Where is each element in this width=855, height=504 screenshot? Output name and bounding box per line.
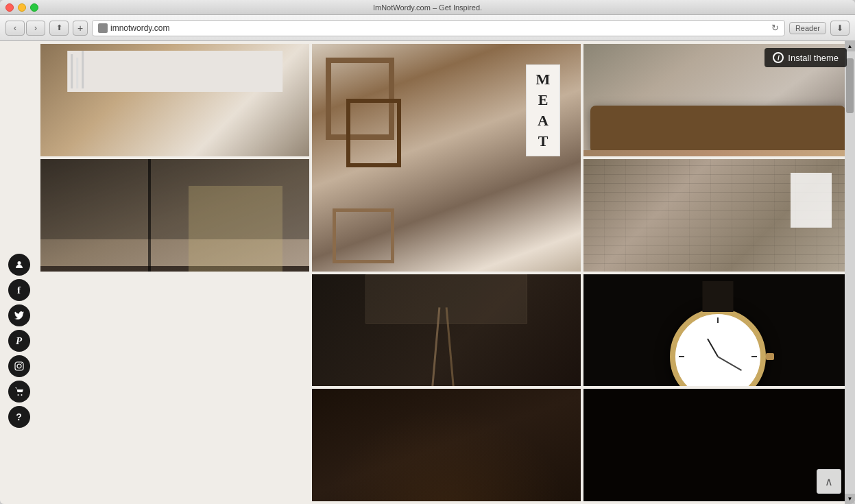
dark-painting-image [583,389,852,501]
help-icon[interactable]: ? [8,406,30,428]
svg-rect-1 [15,362,23,370]
download-button[interactable]: ⬇ [830,21,850,36]
window-title: ImNotWordy.com – Get Inspired. [373,3,482,12]
painting-image [312,389,581,501]
image-grid: i Install theme [38,41,855,504]
title-bar: ImNotWordy.com – Get Inspired. [0,0,855,15]
meat-image: MEAT [312,44,581,272]
svg-point-3 [21,363,21,364]
gallery-image [312,274,581,387]
grid-item-wardrobe[interactable] [40,44,309,156]
nav-buttons: ‹ › [5,21,45,36]
main-content: f P ? [0,41,855,504]
court-image [40,159,309,272]
wardrobe-image [40,44,309,156]
scrollbar[interactable]: ▲ ▼ [845,41,855,504]
install-theme-button[interactable]: i Install theme [764,48,847,67]
reload-button[interactable]: ↻ [771,23,779,33]
url-text: imnotwordy.com [110,23,766,33]
favicon [98,23,108,33]
facebook-icon[interactable]: f [8,279,30,301]
reader-button[interactable]: Reader [789,22,826,34]
grid-item-dark-painting[interactable] [583,389,852,501]
pinterest-icon[interactable]: P [8,330,30,352]
close-button[interactable] [5,3,14,12]
add-tab-button[interactable]: + [73,21,88,36]
cart-icon[interactable] [8,381,30,403]
svg-point-5 [21,394,22,396]
grid-item-loft[interactable] [583,159,852,272]
address-bar[interactable]: imnotwordy.com ↻ [92,20,785,36]
grid-item-meat[interactable]: MEAT [312,44,581,272]
back-button[interactable]: ‹ [5,21,25,36]
grid-item-court[interactable] [40,159,309,272]
maximize-button[interactable] [30,3,38,12]
install-icon: i [773,52,784,63]
chevron-up-icon: ∧ [825,475,833,488]
minimize-button[interactable] [18,3,26,12]
grid-item-watch[interactable] [583,274,852,387]
install-theme-label: Install theme [788,53,839,63]
traffic-lights [5,3,38,12]
browser-window: ImNotWordy.com – Get Inspired. ‹ › ⬆ + i… [0,0,855,504]
person-icon[interactable] [8,254,30,276]
browser-toolbar: ‹ › ⬆ + imnotwordy.com ↻ Reader ⬇ [0,15,855,41]
social-sidebar: f P ? [0,41,38,504]
scroll-thumb[interactable] [846,58,854,113]
instagram-icon[interactable] [8,355,30,377]
forward-button[interactable]: › [26,21,45,36]
svg-point-4 [17,394,19,396]
scroll-track[interactable] [845,51,855,494]
twitter-icon[interactable] [8,304,30,326]
scroll-down-button[interactable]: ▼ [845,494,855,504]
svg-point-0 [17,261,21,265]
loft-image [583,159,852,272]
watch-image [583,274,852,387]
back-to-top-button[interactable]: ∧ [817,469,841,494]
share-button[interactable]: ⬆ [49,21,69,36]
svg-point-2 [17,364,21,368]
grid-item-painting[interactable] [312,389,581,501]
grid-item-gallery[interactable] [312,274,581,387]
